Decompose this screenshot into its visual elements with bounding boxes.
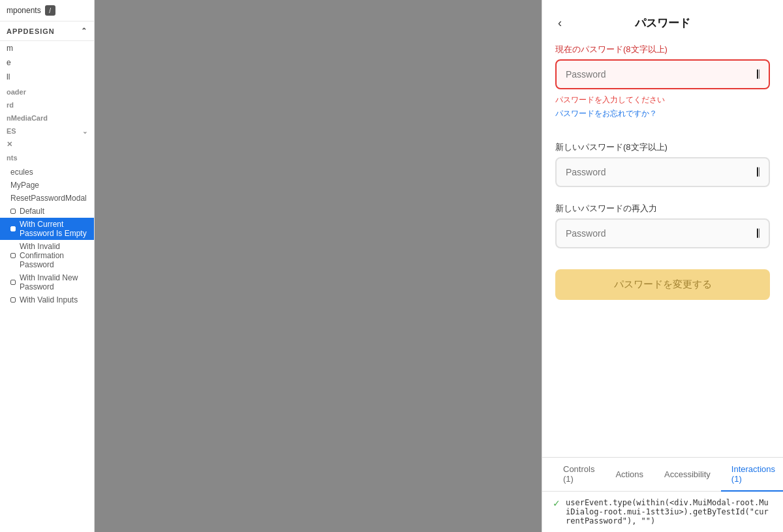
- section-header-rd: rd: [0, 97, 94, 110]
- sidebar-item-ecules[interactable]: ecules: [0, 166, 94, 179]
- current-password-error: パスワードを入力してください: [555, 95, 770, 106]
- item-dot-invalid-confirm: [10, 253, 16, 258]
- section-header-cross: ✕: [0, 136, 94, 150]
- section-header-nmediacard: nMediaCard: [0, 110, 94, 123]
- modal-back-button[interactable]: ‹: [555, 14, 564, 33]
- new-password-group: 新しいパスワード(8文字以上) 𝄃: [555, 141, 770, 192]
- current-password-label: 現在のパスワード(8文字以上): [555, 44, 770, 55]
- tab-controls[interactable]: Controls (1): [553, 458, 605, 492]
- sidebar: mponents / APPDESIGN ⌃ m e ll oader rd n…: [0, 0, 95, 532]
- item-dot-default: [10, 209, 16, 214]
- bottom-tabs: Controls (1) Actions Accessibility Inter…: [542, 458, 783, 492]
- sidebar-item-e[interactable]: e: [0, 55, 94, 70]
- sidebar-top-label: mponents: [7, 6, 41, 15]
- sidebar-item-current-empty[interactable]: With Current Password Is Empty: [0, 218, 94, 240]
- current-password-input[interactable]: [566, 69, 757, 80]
- bottom-panel: Controls (1) Actions Accessibility Inter…: [542, 457, 783, 532]
- bottom-content: ✓ userEvent.type(within(<div.MuiModal-ro…: [542, 492, 783, 532]
- current-password-eye-icon[interactable]: 𝄃: [757, 68, 760, 80]
- sidebar-item-mypage[interactable]: MyPage: [0, 179, 94, 192]
- sidebar-item-resetpasswordmodal[interactable]: ResetPasswordModal: [0, 192, 94, 205]
- confirm-password-eye-icon[interactable]: 𝄃: [757, 228, 760, 239]
- slash-icon[interactable]: /: [45, 5, 55, 16]
- new-password-label: 新しいパスワード(8文字以上): [555, 141, 770, 153]
- sidebar-item-invalid-confirm[interactable]: With Invalid Confirmation Password: [0, 240, 94, 271]
- new-password-input[interactable]: [566, 167, 757, 177]
- brand-label: APPDESIGN: [7, 27, 55, 35]
- modal-header: ‹ パスワード: [555, 16, 770, 31]
- interaction-code: userEvent.type(within(<div.MuiModal-root…: [566, 498, 773, 525]
- confirm-password-input[interactable]: [566, 228, 757, 239]
- item-dot-active: [10, 226, 16, 231]
- confirm-password-group: 新しいパスワードの再入力 𝄃: [555, 203, 770, 254]
- sidebar-item-ll[interactable]: ll: [0, 70, 94, 84]
- section-header-es: ES ⌄: [0, 123, 94, 136]
- canvas-area: [95, 0, 542, 532]
- sidebar-item-valid-inputs[interactable]: With Valid Inputs: [0, 293, 94, 306]
- interaction-line: ✓ userEvent.type(within(<div.MuiModal-ro…: [553, 498, 773, 525]
- confirm-password-field[interactable]: 𝄃: [555, 218, 770, 248]
- item-dot-valid: [10, 297, 16, 303]
- brand-chevron-icon: ⌃: [81, 27, 87, 35]
- sidebar-brand: APPDESIGN ⌃: [0, 22, 94, 41]
- new-password-eye-icon[interactable]: 𝄃: [757, 166, 760, 178]
- collapse-icon[interactable]: ⌄: [82, 128, 87, 135]
- modal-title: パスワード: [635, 16, 690, 31]
- sidebar-group: ecules MyPage ResetPasswordModal Default…: [0, 166, 94, 306]
- current-password-group: 現在のパスワード(8文字以上) 𝄃 パスワードを入力してください パスワードをお…: [555, 44, 770, 131]
- tab-interactions[interactable]: Interactions (1): [721, 458, 783, 492]
- sidebar-item-m[interactable]: m: [0, 41, 94, 55]
- new-password-field[interactable]: 𝄃: [555, 157, 770, 187]
- sidebar-item-default[interactable]: Default: [0, 205, 94, 218]
- modal-preview: ‹ パスワード 現在のパスワード(8文字以上) 𝄃 パスワードを入力してください…: [542, 0, 783, 457]
- section-header-nts: nts: [0, 150, 94, 163]
- confirm-password-label: 新しいパスワードの再入力: [555, 203, 770, 214]
- section-header-oader: oader: [0, 84, 94, 97]
- tab-actions[interactable]: Actions: [605, 463, 654, 487]
- check-icon: ✓: [553, 498, 560, 509]
- right-panel: ‹ パスワード 現在のパスワード(8文字以上) 𝄃 パスワードを入力してください…: [542, 0, 783, 532]
- submit-button[interactable]: パスワードを変更する: [555, 269, 770, 300]
- forgot-password-link[interactable]: パスワードをお忘れですか？: [555, 108, 770, 119]
- tab-accessibility[interactable]: Accessibility: [654, 463, 721, 487]
- sidebar-item-invalid-new[interactable]: With Invalid New Password: [0, 271, 94, 293]
- sidebar-top: mponents /: [0, 0, 94, 22]
- item-dot-invalid-new: [10, 280, 16, 285]
- current-password-field[interactable]: 𝄃: [555, 59, 770, 89]
